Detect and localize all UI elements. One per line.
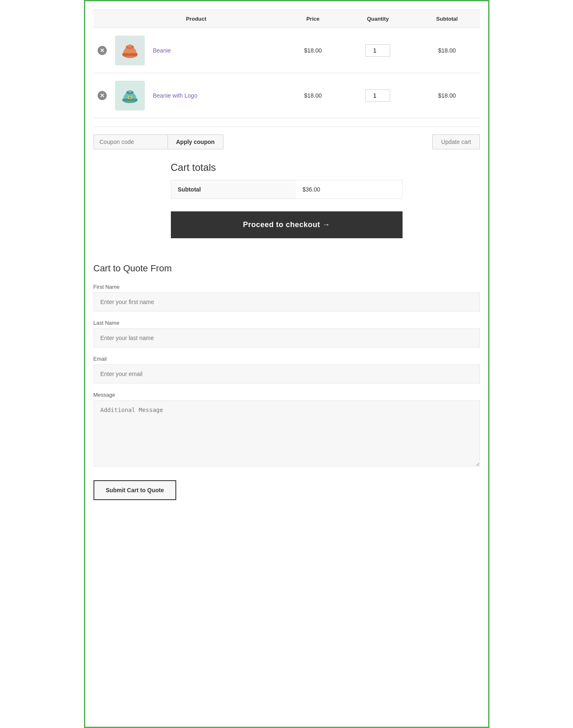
beanie-illustration bbox=[120, 40, 140, 61]
quote-form-title: Cart to Quote From bbox=[94, 263, 480, 274]
coupon-input[interactable] bbox=[94, 134, 168, 149]
qty-input-beanie[interactable] bbox=[365, 44, 390, 57]
remove-button-beanie[interactable]: ✕ bbox=[98, 46, 107, 55]
message-textarea[interactable] bbox=[94, 400, 480, 467]
product-link-beanie[interactable]: Beanie bbox=[153, 47, 171, 54]
last-name-input[interactable] bbox=[94, 328, 480, 347]
image-cell-beanie-logo bbox=[111, 73, 149, 118]
quote-section: Cart to Quote From First Name Last Name … bbox=[94, 255, 480, 500]
col-qty-header: Quantity bbox=[341, 10, 414, 28]
checkout-arrow-icon: → bbox=[322, 220, 330, 229]
cart-table: Product Price Quantity Subtotal ✕ bbox=[94, 10, 480, 118]
message-label: Message bbox=[94, 392, 480, 398]
last-name-group: Last Name bbox=[94, 320, 480, 347]
cart-totals-title: Cart totals bbox=[171, 162, 403, 173]
price-cell-beanie: $18.00 bbox=[284, 28, 341, 73]
first-name-input[interactable] bbox=[94, 292, 480, 311]
col-subtotal-header: Subtotal bbox=[414, 10, 479, 28]
coupon-left: Apply coupon bbox=[94, 134, 223, 149]
svg-rect-2 bbox=[122, 53, 137, 56]
price-cell-beanie-logo: $18.00 bbox=[284, 73, 341, 118]
beanie-logo-illustration bbox=[120, 85, 140, 106]
qty-input-beanie-logo[interactable] bbox=[365, 89, 390, 102]
last-name-label: Last Name bbox=[94, 320, 480, 326]
proceed-to-checkout-button[interactable]: Proceed to checkout → bbox=[171, 211, 403, 238]
coupon-row: Apply coupon Update cart bbox=[94, 127, 480, 149]
col-product-header: Product bbox=[149, 10, 285, 28]
checkout-button-wrapper: Proceed to checkout → bbox=[171, 211, 403, 238]
remove-icon-beanie-logo: ✕ bbox=[98, 91, 107, 100]
remove-icon-beanie: ✕ bbox=[98, 46, 107, 55]
subtotal-cell-beanie: $18.00 bbox=[414, 28, 479, 73]
first-name-label: First Name bbox=[94, 284, 480, 290]
table-row: ✕ bbox=[94, 73, 480, 118]
first-name-group: First Name bbox=[94, 284, 480, 311]
subtotal-label: Subtotal bbox=[171, 180, 296, 199]
image-cell-beanie bbox=[111, 28, 149, 73]
qty-cell-beanie bbox=[341, 28, 414, 73]
email-group: Email bbox=[94, 356, 480, 383]
svg-rect-6 bbox=[122, 99, 137, 101]
remove-button-beanie-logo[interactable]: ✕ bbox=[98, 91, 107, 100]
svg-point-9 bbox=[129, 97, 130, 98]
product-link-beanie-logo[interactable]: Beanie with Logo bbox=[153, 92, 197, 99]
product-name-cell-beanie: Beanie bbox=[149, 28, 285, 73]
page-wrapper: Product Price Quantity Subtotal ✕ bbox=[84, 0, 489, 728]
subtotal-value: $36.00 bbox=[296, 180, 402, 199]
remove-cell-2: ✕ bbox=[94, 73, 111, 118]
svg-point-3 bbox=[128, 44, 131, 48]
email-label: Email bbox=[94, 356, 480, 362]
remove-cell-1: ✕ bbox=[94, 28, 111, 73]
product-image-beanie bbox=[115, 36, 145, 65]
checkout-label: Proceed to checkout bbox=[243, 220, 320, 229]
product-name-cell-beanie-logo: Beanie with Logo bbox=[149, 73, 285, 118]
table-row: ✕ Beani bbox=[94, 28, 480, 73]
product-image-beanie-logo bbox=[115, 81, 145, 110]
svg-point-7 bbox=[128, 90, 131, 93]
submit-cart-to-quote-button[interactable]: Submit Cart to Quote bbox=[94, 480, 177, 500]
col-price-header: Price bbox=[284, 10, 341, 28]
apply-coupon-button[interactable]: Apply coupon bbox=[168, 134, 223, 149]
subtotal-row: Subtotal $36.00 bbox=[171, 180, 402, 199]
email-input[interactable] bbox=[94, 364, 480, 383]
cart-totals-section: Cart totals Subtotal $36.00 bbox=[171, 162, 403, 199]
cart-totals-table: Subtotal $36.00 bbox=[171, 180, 403, 199]
col-image-header bbox=[111, 10, 149, 28]
col-remove-header bbox=[94, 10, 111, 28]
qty-cell-beanie-logo bbox=[341, 73, 414, 118]
message-group: Message bbox=[94, 392, 480, 468]
update-cart-button[interactable]: Update cart bbox=[432, 134, 479, 149]
subtotal-cell-beanie-logo: $18.00 bbox=[414, 73, 479, 118]
